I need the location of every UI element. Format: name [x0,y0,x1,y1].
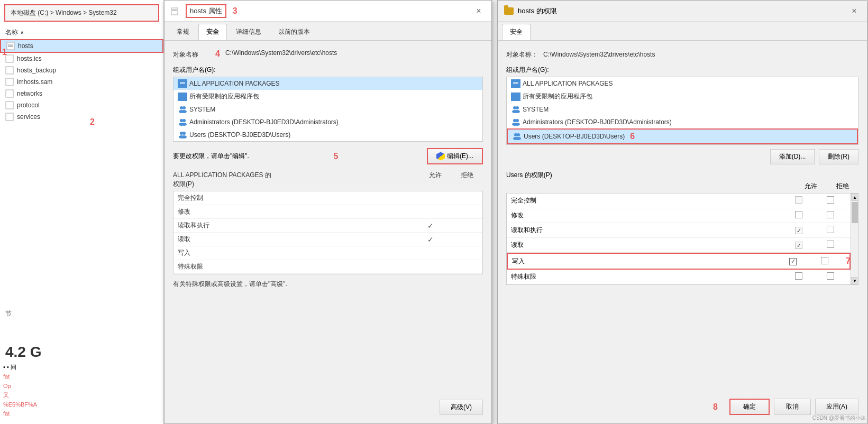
advanced-text: 有关特殊权限或高级设置，请单击"高级". [173,280,483,289]
perm-group-restricted[interactable]: 所有受限制的应用程序包 [507,90,858,103]
group-all-app-packages: ALL APPLICATION PACKAGES [189,80,280,87]
checkbox-read-deny[interactable] [827,241,834,248]
group-item-restricted[interactable]: 所有受限制的应用程序包 [173,90,482,103]
group-item-administrators[interactable]: Administrators (DESKTOP-BJ0ED3D\Administ… [173,116,482,128]
scrollbar[interactable]: ▲ ▼ [851,193,858,284]
file-item-protocol[interactable]: protocol [0,99,163,111]
scrollbar-thumb[interactable] [852,202,858,223]
svg-rect-3 [8,46,13,47]
perm-app-icon-1 [511,79,520,88]
permissions-section: ALL APPLICATION PACKAGES 的 权限(P) 允许 拒绝 完… [173,171,483,274]
tab-general[interactable]: 常规 [169,24,197,40]
svg-point-38 [515,110,520,113]
permissions-dialog: hosts 的权限 × 安全 对象名称： C:\Windows\System32… [497,0,867,424]
perm-tabs-bar: 安全 [498,22,867,41]
file-icon [5,66,14,75]
checkbox-read-allow[interactable] [795,242,802,249]
checkbox-read-execute-allow[interactable] [795,227,802,234]
cancel-button[interactable]: 取消 [774,399,811,415]
file-item-hosts-ics[interactable]: hosts.ics [0,53,163,64]
perm-read: 读取 ✓ [173,233,482,246]
add-button[interactable]: 添加(D)... [770,149,815,164]
perm-special: 特殊权限 [173,260,482,274]
checkbox-full-control-deny[interactable] [827,196,834,204]
perm-group-all-app[interactable]: ALL APPLICATION PACKAGES [507,77,858,90]
group-item-all-app-packages[interactable]: ALL APPLICATION PACKAGES [173,77,482,90]
perm-read-execute: 读取和执行 ✓ [173,219,482,233]
perm-row-read-execute: 读取和执行 [507,223,851,238]
restricted-icon [178,93,187,101]
admins-icon [178,118,187,126]
perm-row-modify: 修改 [507,208,851,223]
remove-button[interactable]: 删除(R) [819,149,858,164]
perm-system: SYSTEM [523,106,549,113]
svg-point-46 [516,137,521,140]
perm-write: 写入 [173,246,482,260]
file-icon [5,101,14,109]
perm-admins-icon [511,118,520,126]
edit-row: 要更改权限，请单击"编辑". 5 编辑(E)... [173,148,483,164]
svg-rect-1 [8,44,13,44]
users-icon [178,131,187,139]
permissions-table: 完全控制 修改 读取和执行 ✓ 读取 ✓ [173,191,483,274]
svg-point-19 [182,106,186,109]
perm-close-button[interactable]: × [848,5,861,17]
group-item-system[interactable]: SYSTEM [173,103,482,116]
checkbox-special-allow[interactable] [795,272,802,280]
object-path: C:\Windows\System32\drivers\etc\hosts [225,49,337,57]
file-titlebar-icon [171,7,179,15]
dialog-titlebar: hosts 属性 3 × [165,1,491,22]
annotation-3: 3 [233,6,237,16]
file-item-hosts-backup[interactable]: hosts_backup [0,64,163,76]
tab-details[interactable]: 详细信息 [228,24,269,40]
checkbox-special-deny[interactable] [827,272,834,280]
svg-rect-31 [513,80,515,81]
advanced-button[interactable]: 高级(V) [440,400,483,415]
scrollbar-down[interactable]: ▼ [851,277,858,284]
scrollbar-up[interactable]: ▲ [851,193,858,201]
perm-group-system[interactable]: SYSTEM [507,103,858,116]
svg-point-27 [182,132,186,135]
perm-users: Users (DESKTOP-BJ0ED3D\Users) [524,133,625,140]
checkbox-modify-allow[interactable] [795,211,802,218]
svg-rect-17 [179,93,182,95]
edit-button[interactable]: 编辑(E)... [427,148,483,164]
perm-row-special: 特殊权限 [507,270,851,284]
perm-restricted: 所有受限制的应用程序包 [523,92,592,101]
perm-users-title: Users 的权限(P) [506,171,858,180]
group-administrators: Administrators (DESKTOP-BJ0ED3D\Administ… [189,118,339,126]
file-icon [5,89,14,98]
ok-button[interactable]: 确定 [729,399,770,415]
tab-previous-versions[interactable]: 以前的版本 [270,24,318,40]
section-label: 节 [5,309,12,318]
group-restricted: 所有受限制的应用程序包 [189,92,259,101]
perm-group-administrators[interactable]: Administrators (DESKTOP-BJ0ED3D\Administ… [507,116,858,128]
tab-security[interactable]: 安全 [198,24,227,40]
perm-system-icon [511,105,520,114]
group-system: SYSTEM [189,106,215,113]
perm-group-users[interactable]: Users (DESKTOP-BJ0ED3D\Users) 6 [507,128,858,144]
perm-administrators: Administrators (DESKTOP-BJ0ED3D\Administ… [523,118,672,126]
checkbox-full-control-allow[interactable] [795,196,802,204]
perm-users-icon [512,132,522,141]
svg-rect-4 [6,55,13,62]
close-button[interactable]: × [472,5,485,17]
file-item-lmhosts[interactable]: lmhosts.sam [0,76,163,88]
checkbox-write-allow[interactable] [789,258,797,265]
perm-row-write: 写入 7 [507,253,851,270]
groups-list[interactable]: ALL APPLICATION PACKAGES 所有受限制的应用程序包 SYS… [173,77,483,142]
checkbox-read-execute-deny[interactable] [827,226,834,233]
dialog-footer: 高级(V) [440,400,483,415]
checkbox-write-deny[interactable] [821,257,828,264]
svg-rect-16 [178,94,187,100]
svg-rect-15 [180,82,185,84]
perm-groups-list[interactable]: ALL APPLICATION PACKAGES 所有受限制的应用程序包 SYS… [506,77,858,145]
file-item-services[interactable]: services [0,111,163,123]
shield-icon [436,152,445,161]
perm-tab-security[interactable]: 安全 [502,24,531,40]
file-item-networks[interactable]: networks [0,88,163,99]
file-item-hosts[interactable]: hosts [0,39,163,53]
checkbox-modify-deny[interactable] [827,211,834,218]
apply-button[interactable]: 应用(A) [815,399,858,415]
group-item-users[interactable]: Users (DESKTOP-BJ0ED3D\Users) [173,128,482,141]
